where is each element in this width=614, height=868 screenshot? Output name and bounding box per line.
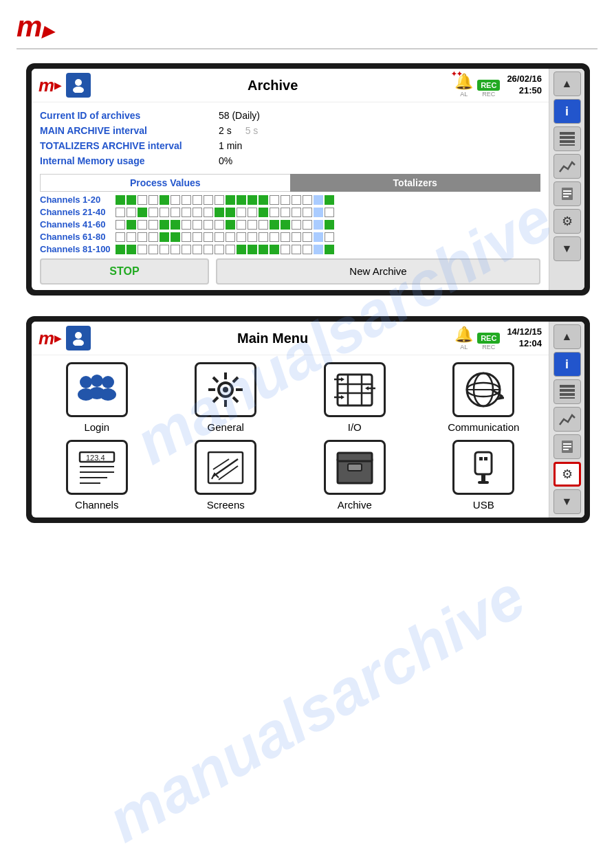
box: [270, 245, 279, 254]
sidebar2-doc-btn[interactable]: [553, 434, 581, 459]
screen1-inner: m ▶ A Archive 🔔: [32, 69, 584, 290]
main-menu-grid: Login: [32, 355, 549, 518]
box: [193, 232, 202, 242]
menu-item-archive[interactable]: Archive: [294, 440, 416, 511]
screen1-time: 21:50: [507, 85, 542, 97]
sidebar-table-btn[interactable]: [553, 126, 581, 151]
svg-rect-71: [563, 446, 571, 447]
sidebar-settings-btn[interactable]: ⚙: [553, 209, 581, 234]
channel-boxes-3: [116, 220, 334, 230]
sidebar2-up-btn[interactable]: ▲: [553, 324, 581, 349]
svg-point-0: [75, 79, 82, 86]
box: [325, 208, 334, 217]
box: [314, 245, 323, 254]
screen1-al-group: 🔔 ✦✦ AL: [454, 73, 473, 98]
box: [248, 208, 257, 217]
screen2-al-label: AL: [460, 344, 468, 350]
channel-label-2: Channels 21-40: [40, 207, 116, 217]
info-label-3: TOTALIZERS ARCHIVE interval: [40, 140, 219, 151]
menu-icon-login: [66, 362, 128, 417]
svg-rect-70: [563, 443, 571, 445]
menu-icon-archive: [324, 440, 386, 495]
menu-item-screens[interactable]: Screens: [165, 440, 287, 511]
sidebar-doc-btn[interactable]: [553, 181, 581, 206]
info-row-4: Internal Memory usage 0%: [40, 153, 540, 168]
menu-item-channels[interactable]: 123.4 Channels: [36, 440, 158, 511]
sidebar-down-btn[interactable]: ▼: [553, 236, 581, 261]
screen1-logo: m: [39, 75, 54, 96]
svg-line-27: [233, 397, 238, 402]
box: [248, 245, 257, 254]
new-archive-button[interactable]: New Archive: [216, 258, 540, 285]
tab-totalizers[interactable]: Totalizers: [290, 174, 541, 192]
sidebar2-chart-btn[interactable]: [553, 407, 581, 432]
sidebar2-info-btn[interactable]: i: [553, 352, 581, 377]
screen2-alarm-group: 🔔 AL REC REC: [454, 326, 500, 350]
sidebar2-table-btn[interactable]: [553, 379, 581, 404]
screen1-rec-label: REC: [482, 91, 495, 98]
box: [171, 245, 180, 254]
svg-rect-5: [560, 140, 575, 143]
menu-label-usb: USB: [473, 499, 494, 511]
screen2-bell-icon: 🔔: [454, 326, 473, 344]
screen1-al-label: AL: [460, 91, 468, 98]
menu-item-io[interactable]: I/O: [294, 362, 416, 433]
channel-row-4: Channels 61-80: [40, 232, 540, 242]
svg-point-19: [100, 388, 116, 401]
box: [116, 220, 125, 230]
screen1-title: Archive: [91, 78, 454, 93]
box: [127, 220, 136, 230]
menu-label-channels: Channels: [75, 499, 118, 511]
box: [237, 208, 246, 217]
stop-button[interactable]: STOP: [40, 258, 209, 285]
box: [325, 195, 334, 205]
box: [149, 195, 158, 205]
menu-item-login[interactable]: Login: [36, 362, 158, 433]
box: [182, 232, 191, 242]
box: [281, 208, 290, 217]
box: [314, 208, 323, 217]
svg-marker-40: [341, 395, 344, 399]
box: [259, 220, 268, 230]
box: [138, 245, 147, 254]
box: [281, 195, 290, 205]
box: [149, 220, 158, 230]
sidebar-chart-btn[interactable]: [553, 154, 581, 179]
sidebar2-down-btn[interactable]: ▼: [553, 489, 581, 514]
screen1-logo-arrow: ▶: [54, 80, 62, 91]
sidebar-up-btn[interactable]: ▲: [553, 71, 581, 96]
box: [270, 220, 279, 230]
box: [303, 195, 312, 205]
box: [116, 208, 125, 217]
screen2-rec-group: REC REC: [477, 333, 500, 350]
box: [138, 220, 147, 230]
menu-icon-io: [324, 362, 386, 417]
screen1-datetime: 26/02/16 21:50: [507, 74, 542, 97]
screen2-wrapper: m ▶ A Main Menu 🔔 AL: [26, 316, 590, 523]
screen2-inner: m ▶ A Main Menu 🔔 AL: [32, 322, 584, 518]
menu-icon-general: [195, 362, 256, 417]
menu-label-io: I/O: [348, 421, 362, 433]
svg-text:A: A: [76, 341, 80, 346]
screen1-content: Current ID of archives 58 (Daily) MAIN A…: [32, 102, 549, 290]
box: [160, 232, 169, 242]
screen1-sidebar: ▲ i: [549, 69, 584, 290]
box: [149, 232, 158, 242]
box: [193, 195, 202, 205]
box: [292, 195, 301, 205]
svg-line-28: [233, 377, 238, 382]
menu-item-usb[interactable]: USB: [423, 440, 545, 511]
menu-item-communication[interactable]: Communication: [423, 362, 545, 433]
sidebar2-settings-btn[interactable]: ⚙: [553, 462, 581, 487]
info-row-2: MAIN ARCHIVE interval 2 s 5 s: [40, 123, 540, 138]
screen1-flash-lines: ✦✦: [451, 70, 462, 78]
sidebar-info-btn[interactable]: i: [553, 99, 581, 124]
channel-row-1: Channels 1-20: [40, 194, 540, 205]
tab-process-values[interactable]: Process Values: [40, 174, 290, 192]
svg-rect-4: [560, 136, 575, 139]
menu-item-general[interactable]: General: [165, 362, 287, 433]
menu-label-communication: Communication: [448, 421, 519, 433]
screen1-alarm-group: 🔔 ✦✦ AL REC REC: [454, 73, 500, 98]
box: [149, 208, 158, 217]
box: [303, 245, 312, 254]
